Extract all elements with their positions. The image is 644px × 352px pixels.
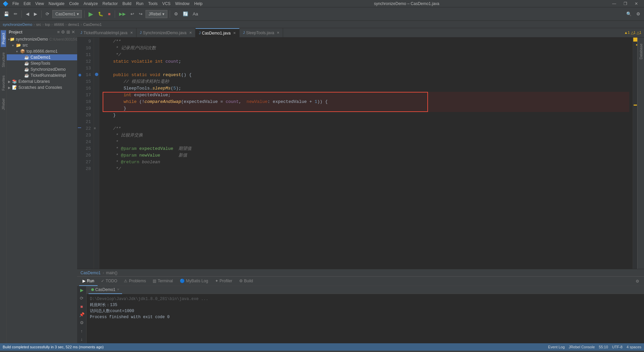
left-panel: Project Structure Favorites JRebel Proje…	[0, 28, 77, 343]
jrebel-config[interactable]: JRebel ▾	[146, 10, 167, 18]
event-log-btn[interactable]: Event Log	[548, 345, 565, 349]
jrebel-tab[interactable]: JRebel	[1, 96, 6, 113]
run-button[interactable]: ▶	[87, 9, 95, 19]
tab-build-label: Build	[244, 279, 253, 283]
tab-profiler[interactable]: ✦ Profiler	[212, 277, 236, 286]
ed-breadcrumb-main[interactable]: main()	[106, 271, 117, 275]
project-settings-icon[interactable]: ⚙	[61, 30, 65, 35]
toolbar-icon-1[interactable]: 💾	[2, 10, 11, 17]
tab-close-sleeptools[interactable]: ✕	[277, 31, 279, 35]
breadcrumb-item-4[interactable]: it6666	[54, 22, 64, 26]
tree-item-src[interactable]: ▾ 📂 src	[7, 42, 77, 48]
run-down-btn[interactable]: ↓	[77, 335, 86, 343]
tab-ticketrunnableimpl[interactable]: J TicketRunnableImpl.java ✕	[77, 28, 137, 38]
toolbar-sep-2	[41, 10, 42, 18]
tree-label-sleeptools: SleepTools	[31, 61, 50, 66]
menu-file[interactable]: File	[10, 1, 21, 7]
tree-item-scratches[interactable]: ▶ 📝 Scratches and Consoles	[7, 84, 77, 91]
toolbar-icon-6[interactable]: ↪	[137, 10, 144, 17]
tree-item-casdemo1[interactable]: ☕ CasDemo1	[7, 54, 77, 60]
menu-build[interactable]: Build	[120, 1, 133, 7]
tree-item-root[interactable]: ▾ 📁 synchronizeDemo C:\Users\30315\Dow	[7, 36, 77, 42]
dropdown-arrow: ▾	[77, 12, 79, 16]
tree-item-ticketrunnableimpl[interactable]: ☕ TicketRunnableImpl	[7, 72, 77, 78]
toolbar-icon-5[interactable]: ↩	[129, 10, 136, 17]
breadcrumb-item-6[interactable]: CasDemo1	[83, 22, 102, 26]
breadcrumb-item-1[interactable]: synchronizeDemo	[3, 22, 32, 26]
tree-item-synchronizeddemo[interactable]: ☕ SynchronizedDemo	[7, 66, 77, 72]
settings-icon[interactable]: ⚙	[635, 10, 642, 17]
menu-vcs[interactable]: VCS	[160, 1, 173, 7]
run-stop-btn[interactable]: ■	[77, 302, 86, 310]
tab-build[interactable]: ⚙ Build	[236, 277, 257, 286]
project-expand-icon[interactable]: ⊞	[66, 30, 70, 35]
tab-terminal[interactable]: ▥ Terminal	[149, 277, 176, 286]
run-pin-btn[interactable]: 📌	[77, 310, 86, 318]
close-button[interactable]: ✕	[631, 1, 641, 7]
menu-refactor[interactable]: Refactor	[101, 1, 120, 7]
tab-run[interactable]: ▶ Run	[79, 277, 98, 286]
structure-tab[interactable]: Structure	[1, 50, 6, 70]
menu-help[interactable]: Help	[192, 1, 205, 7]
minimize-button[interactable]: —	[609, 1, 620, 7]
database-tab[interactable]: Database	[638, 41, 644, 62]
project-tab[interactable]: Project	[1, 30, 6, 47]
tab-close-casdemo1[interactable]: ✕	[233, 31, 236, 35]
search-everywhere[interactable]: 🔍	[625, 10, 633, 17]
mybatis-icon: 🔵	[180, 279, 185, 283]
tree-item-sleeptools[interactable]: ☕ SleepTools	[7, 60, 77, 66]
maximize-button[interactable]: ❐	[620, 1, 631, 7]
highlighted-block: int expectedValue; while (!compareAndSwa…	[103, 92, 629, 112]
ed-breadcrumb-casdemo1[interactable]: CasDemo1	[80, 271, 101, 275]
tab-mybatis[interactable]: 🔵 MyBatis Log	[176, 277, 212, 286]
run-output: D:\Develop\Java\Jdk\jdk1.8.0_281\bin\jav…	[87, 294, 644, 343]
menu-view[interactable]: View	[33, 1, 46, 7]
tab-problems[interactable]: ⚠ Problems	[120, 277, 149, 286]
run-up-btn[interactable]: ↑	[77, 327, 86, 335]
breadcrumb-item-5[interactable]: demo1	[68, 22, 79, 26]
tree-item-package[interactable]: ▾ 📦 top.it6666.demo1	[7, 48, 77, 54]
run-subtab-casdemo1[interactable]: CasDemo1 ✕	[89, 286, 122, 294]
code-content[interactable]: /** * 记录用户访问次数 */ static volatile int co…	[99, 38, 633, 269]
favorites-tab[interactable]: Favorites	[1, 73, 6, 93]
menu-tools[interactable]: Tools	[146, 1, 160, 7]
toolbar-icon-9[interactable]: Aa	[191, 10, 200, 17]
line-9: 9	[77, 38, 94, 45]
jrebel-console-btn[interactable]: JRebel Console	[569, 345, 595, 349]
toolbar-icon-3[interactable]: ⟳	[44, 10, 51, 17]
toolbar-icon-7[interactable]: ⚙	[172, 10, 180, 17]
toolbar-icon-8[interactable]: 🔄	[181, 10, 190, 17]
run-play-btn[interactable]: ▶	[77, 286, 86, 294]
run-rerun-btn[interactable]: ⟳	[77, 294, 86, 302]
run-settings-btn[interactable]: ⚙	[77, 319, 86, 327]
tab-casdemo1[interactable]: J CasDemo1.java ✕	[196, 28, 239, 38]
project-dropdown[interactable]: CasDemo1 ▾	[52, 10, 82, 18]
tree-item-extlibs[interactable]: ▶ 📚 External Libraries	[7, 78, 77, 84]
menu-analyze[interactable]: Analyze	[82, 1, 100, 7]
tab-todo[interactable]: ✓ TODO	[98, 277, 120, 286]
tab-close-ticket[interactable]: ✕	[130, 31, 133, 35]
toolbar-back[interactable]: ◀	[24, 10, 31, 17]
statusbar-encoding[interactable]: UTF-8	[612, 345, 623, 349]
breadcrumb-item-3[interactable]: top	[45, 22, 50, 26]
statusbar-indent[interactable]: 4 spaces	[627, 345, 641, 349]
debug-button[interactable]: 🐛	[96, 10, 105, 17]
bottom-settings[interactable]: ⚙	[633, 279, 642, 284]
toolbar-icon-4[interactable]: ▶▶	[117, 10, 127, 17]
stop-button[interactable]: ■	[106, 10, 112, 17]
tab-close-syncdemo[interactable]: ✕	[189, 31, 192, 35]
code-editor[interactable]: 9 10 11 12 13 14 15 16 17 18 19 20 21 22…	[77, 38, 644, 269]
tab-synchronizeddemo[interactable]: J SynchronizedDemo.java ✕	[137, 28, 196, 38]
menu-run[interactable]: Run	[134, 1, 146, 7]
menu-window[interactable]: Window	[173, 1, 192, 7]
run-subtab-close[interactable]: ✕	[117, 288, 119, 291]
breadcrumb-item-2[interactable]: src	[36, 22, 41, 26]
tab-sleeptools[interactable]: J SleepTools.java ✕	[239, 28, 283, 38]
project-sort-icon[interactable]: ≡	[57, 30, 60, 35]
toolbar-icon-2[interactable]: ✏	[12, 10, 19, 17]
toolbar-forward[interactable]: ▶	[32, 10, 39, 17]
menu-edit[interactable]: Edit	[21, 1, 33, 7]
project-close-icon[interactable]: ✕	[71, 30, 75, 35]
menu-navigate[interactable]: Navigate	[47, 1, 66, 7]
menu-code[interactable]: Code	[67, 1, 81, 7]
